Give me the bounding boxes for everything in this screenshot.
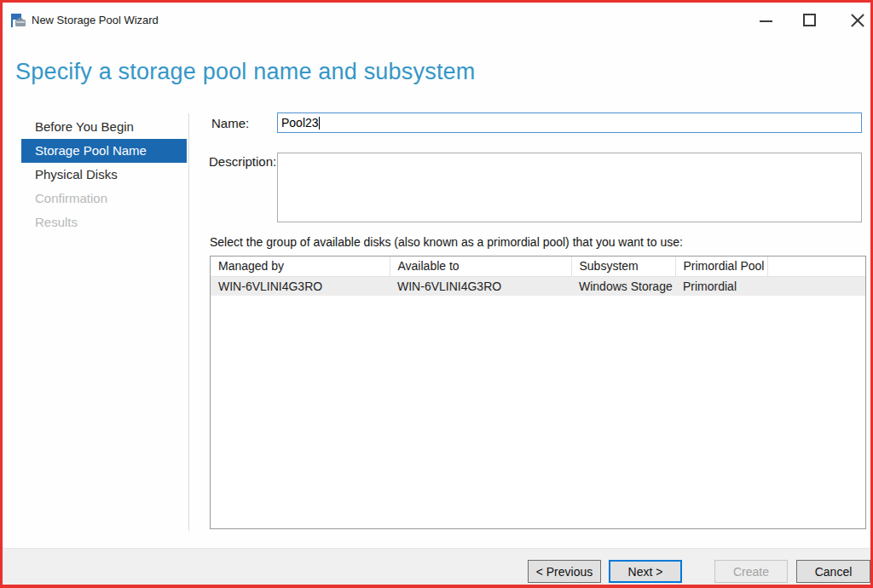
next-button[interactable]: Next > — [609, 560, 682, 583]
previous-button[interactable]: < Previous — [528, 560, 601, 583]
cell-spacer — [767, 276, 865, 296]
pool-name-input[interactable]: Pool23 — [277, 112, 862, 133]
wizard-footer: < Previous Next > Create Cancel — [3, 548, 870, 585]
description-input[interactable] — [277, 153, 862, 222]
sidebar-item-results: Results — [21, 210, 187, 234]
cell-primordial-pool: Primordial — [675, 276, 767, 296]
sidebar-item-storage-pool-name[interactable]: Storage Pool Name — [21, 139, 187, 163]
sidebar-item-confirmation: Confirmation — [21, 187, 187, 210]
column-header-spacer — [767, 257, 865, 276]
sidebar-item-before-you-begin[interactable]: Before You Begin — [21, 115, 187, 139]
minimize-button[interactable] — [751, 3, 783, 38]
column-header-managed-by[interactable]: Managed by — [211, 257, 390, 276]
column-header-available-to[interactable]: Available to — [390, 257, 571, 276]
sidebar-item-physical-disks[interactable]: Physical Disks — [21, 163, 187, 187]
close-icon — [850, 13, 865, 28]
page-title: Specify a storage pool name and subsyste… — [15, 59, 476, 85]
table-header-row: Managed by Available to Subsystem Primor… — [211, 257, 865, 276]
create-button: Create — [714, 560, 788, 583]
column-header-primordial-pool[interactable]: Primordial Pool — [675, 257, 767, 276]
wizard-steps-nav: Before You Begin Storage Pool Name Physi… — [3, 115, 188, 234]
cancel-button[interactable]: Cancel — [796, 560, 870, 583]
description-label: Description: — [209, 154, 276, 169]
primordial-pool-instruction: Select the group of available disks (als… — [210, 235, 683, 249]
minimize-icon — [760, 20, 772, 22]
text-caret — [319, 117, 320, 130]
close-button[interactable] — [841, 3, 870, 38]
primordial-pool-table: Managed by Available to Subsystem Primor… — [210, 256, 866, 529]
table-row[interactable]: WIN-6VLINI4G3RO WIN-6VLINI4G3RO Windows … — [211, 276, 865, 296]
maximize-button[interactable] — [794, 3, 826, 38]
wizard-window: New Storage Pool Wizard Specify a storag… — [0, 0, 873, 588]
cell-available-to: WIN-6VLINI4G3RO — [390, 276, 571, 296]
maximize-icon — [803, 14, 816, 26]
cell-managed-by: WIN-6VLINI4G3RO — [211, 276, 390, 296]
pool-name-value: Pool23 — [281, 116, 319, 130]
name-label: Name: — [211, 116, 249, 130]
window-title: New Storage Pool Wizard — [32, 14, 159, 26]
column-header-subsystem[interactable]: Subsystem — [571, 257, 675, 276]
title-bar[interactable]: New Storage Pool Wizard — [3, 3, 870, 38]
cell-subsystem: Windows Storage — [571, 276, 675, 296]
storage-wizard-app-icon — [10, 12, 27, 29]
sidebar-divider — [188, 113, 189, 531]
